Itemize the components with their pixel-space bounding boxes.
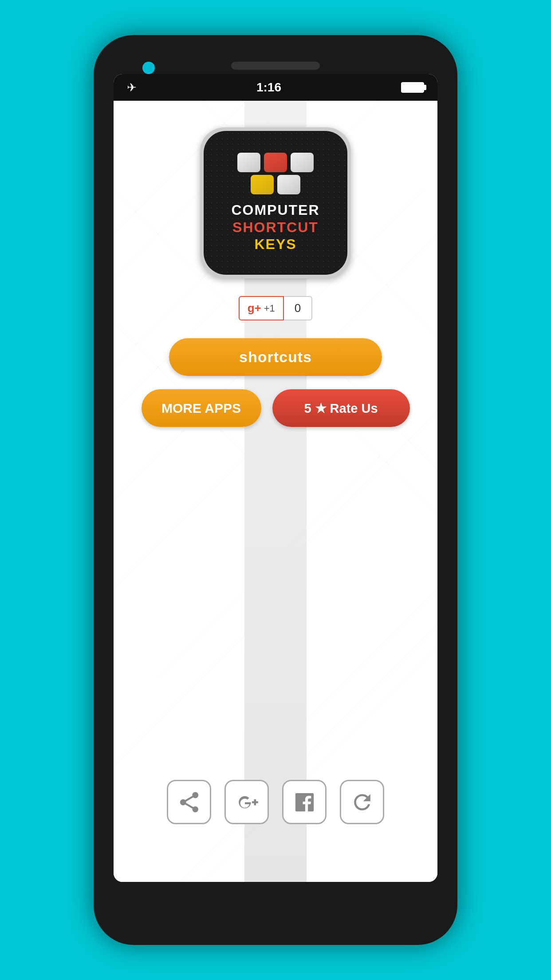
icon-text-keys: KEYS [231,236,319,253]
main-content: COMPUTER SHORTCUT KEYS g+ +1 0 [114,101,437,882]
google-plus-button[interactable] [224,780,269,824]
key-red [264,153,287,172]
phone-outer: ✈ 1:16 [94,35,457,945]
svg-line-16 [202,647,437,882]
airplane-mode-icon: ✈ [127,81,137,95]
status-right-icons [401,82,424,93]
front-camera [142,62,155,74]
icon-text-computer: COMPUTER [231,202,319,218]
share-button[interactable] [167,780,211,824]
battery-icon [401,82,424,93]
social-icons-row [167,780,384,846]
key-white-1 [237,153,260,172]
phone-top-bar [107,62,444,70]
speaker-grille [231,62,320,70]
gplus-button[interactable]: g+ +1 [239,296,284,320]
keys-row-bottom [251,175,300,194]
phone-screen: ✈ 1:16 [114,74,437,882]
gplus-icon: g+ [248,301,261,315]
facebook-icon [292,790,317,814]
key-white-3 [277,175,300,194]
refresh-button[interactable] [340,780,384,824]
gplus-count: 0 [284,296,312,320]
google-plus-bar: g+ +1 0 [239,296,313,320]
key-white-2 [291,153,314,172]
share-icon [177,790,201,814]
status-time: 1:16 [256,80,281,95]
rate-us-button[interactable]: 5 ★ Rate Us [272,389,410,427]
status-bar: ✈ 1:16 [114,74,437,101]
key-yellow [251,175,274,194]
icon-keys-graphic [237,153,314,197]
refresh-icon [350,790,374,814]
phone-device: ✈ 1:16 [94,35,457,945]
facebook-button[interactable] [282,780,327,824]
keys-row-top [237,153,314,172]
gplus-plus-one-label: +1 [264,303,275,314]
app-icon: COMPUTER SHORTCUT KEYS [204,131,347,275]
google-plus-icon [235,790,259,814]
content-inner: COMPUTER SHORTCUT KEYS g+ +1 0 [114,101,437,445]
icon-text-shortcut: SHORTCUT [231,219,319,236]
more-apps-button[interactable]: MORE APPS [142,389,261,427]
shortcuts-button[interactable]: shortcuts [169,338,382,376]
bottom-buttons-row: MORE APPS 5 ★ Rate Us [142,389,410,427]
icon-text-block: COMPUTER SHORTCUT KEYS [231,202,319,253]
app-icon-container: COMPUTER SHORTCUT KEYS [200,127,351,278]
